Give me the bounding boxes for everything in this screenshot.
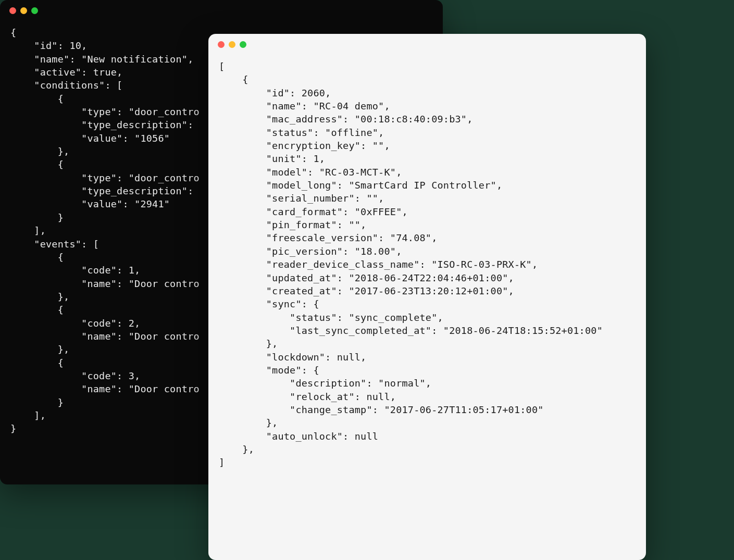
maximize-icon[interactable]	[31, 7, 38, 14]
titlebar-dark	[0, 0, 443, 21]
terminal-window-light: [ { "id": 2060, "name": "RC-04 demo", "m…	[208, 34, 646, 560]
code-content-light: [ { "id": 2060, "name": "RC-04 demo", "m…	[208, 55, 646, 480]
close-icon[interactable]	[9, 7, 16, 14]
titlebar-light	[208, 34, 646, 55]
close-icon[interactable]	[218, 41, 225, 48]
maximize-icon[interactable]	[240, 41, 246, 48]
minimize-icon[interactable]	[229, 41, 235, 48]
minimize-icon[interactable]	[20, 7, 27, 14]
